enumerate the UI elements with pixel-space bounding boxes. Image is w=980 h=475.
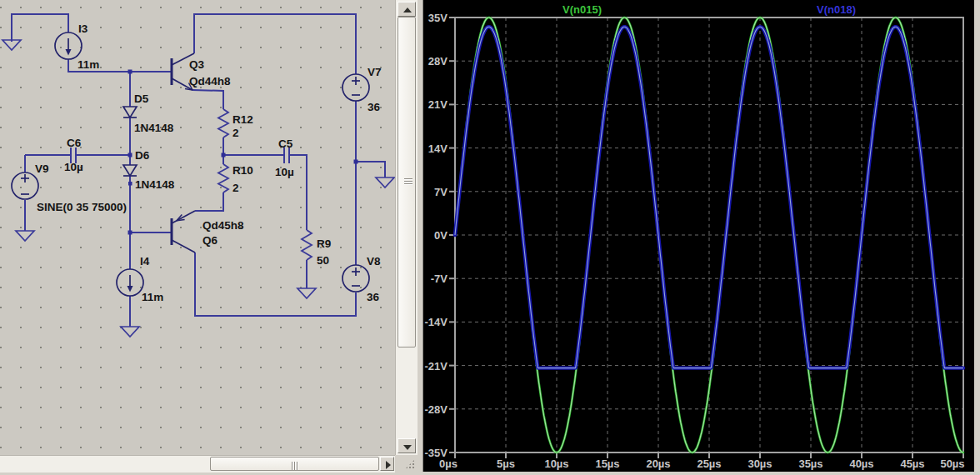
component-label: 2 bbox=[232, 127, 239, 139]
component-label: 36 bbox=[367, 291, 380, 303]
voltage-source-V9[interactable] bbox=[12, 172, 38, 199]
current-source-I3[interactable] bbox=[55, 32, 82, 59]
x-tick-label: 10µs bbox=[544, 458, 568, 470]
component-label: V9 bbox=[35, 162, 49, 175]
y-tick-label: -7V bbox=[431, 272, 448, 285]
component-label: V7 bbox=[368, 66, 382, 78]
component-label: D5 bbox=[134, 92, 149, 105]
component-label: R12 bbox=[232, 113, 253, 126]
component-label: I3 bbox=[78, 22, 88, 35]
x-tick-label: 30µs bbox=[748, 458, 772, 470]
voltage-source-V8[interactable] bbox=[342, 265, 369, 292]
component-label: 10µ bbox=[275, 166, 294, 178]
x-tick-label: 40µs bbox=[849, 458, 873, 470]
component-label: V8 bbox=[367, 255, 381, 268]
component-label: 36 bbox=[368, 101, 381, 113]
x-tick-label: 35µs bbox=[798, 458, 822, 470]
x-tick-label: 45µs bbox=[900, 458, 924, 470]
component-label: Qd44h8 bbox=[189, 75, 231, 88]
diode-D5[interactable] bbox=[123, 107, 137, 118]
y-tick-label: -28V bbox=[425, 403, 448, 416]
y-tick-label: -14V bbox=[425, 316, 448, 328]
y-tick-label: 21V bbox=[428, 98, 448, 111]
down-arrow-icon bbox=[403, 445, 412, 450]
y-tick-label: 14V bbox=[428, 142, 448, 155]
legend-V(n018)[interactable]: V(n018) bbox=[817, 3, 856, 16]
component-label: D6 bbox=[135, 149, 150, 162]
component-label: Q3 bbox=[189, 58, 205, 71]
waveform-canvas[interactable]: 35V28V21V14V7V0V-7V-14V-21V-28V-35V0µs5µ… bbox=[423, 0, 974, 472]
scrollbar-corner bbox=[395, 455, 418, 472]
component-label: Qd45h8 bbox=[202, 219, 244, 232]
legend-V(n015)[interactable]: V(n015) bbox=[562, 3, 602, 16]
x-tick-label: 25µs bbox=[697, 458, 721, 470]
resistor-R12[interactable] bbox=[218, 109, 228, 138]
component-label: 2 bbox=[232, 182, 239, 194]
component-label: R10 bbox=[232, 164, 253, 177]
resistor-R9[interactable] bbox=[302, 230, 312, 260]
x-tick-label: 5µs bbox=[497, 458, 515, 470]
resistor-R10[interactable] bbox=[218, 164, 228, 192]
scroll-right-button[interactable] bbox=[380, 457, 394, 471]
schematic-canvas[interactable]: I311mD51N4148C6V910µD61N4148SINE(0 35 75… bbox=[0, 0, 395, 455]
voltage-source-V7[interactable] bbox=[342, 74, 369, 101]
y-tick-label: 0V bbox=[434, 229, 448, 242]
schematic-horizontal-scrollbar[interactable] bbox=[0, 455, 395, 472]
scroll-up-button[interactable] bbox=[398, 2, 416, 17]
diode-D6[interactable] bbox=[123, 165, 137, 176]
x-tick-label: 15µs bbox=[595, 458, 619, 470]
component-label: C5 bbox=[278, 138, 293, 150]
component-label: 11m bbox=[78, 58, 99, 71]
component-label: Q6 bbox=[202, 234, 218, 247]
waveform-panel[interactable]: 35V28V21V14V7V0V-7V-14V-21V-28V-35V0µs5µ… bbox=[422, 0, 974, 472]
component-label: 11m bbox=[142, 291, 163, 303]
current-source-I4[interactable] bbox=[117, 269, 143, 296]
ltspice-window: { "schematic": { "background": "#ccc9c2"… bbox=[0, 0, 980, 475]
right-arrow-icon bbox=[386, 461, 391, 469]
y-tick-label: 28V bbox=[428, 55, 448, 68]
junction-dots bbox=[128, 70, 358, 235]
schematic-panel[interactable]: I311mD51N4148C6V910µD61N4148SINE(0 35 75… bbox=[0, 0, 395, 455]
component-label: 1N4148 bbox=[135, 178, 175, 191]
component-label: 50 bbox=[317, 254, 329, 267]
thumb-grip bbox=[404, 178, 412, 186]
vertical-scroll-thumb[interactable] bbox=[398, 17, 416, 348]
component-label: 1N4148 bbox=[134, 122, 174, 134]
component-label: SINE(0 35 75000) bbox=[37, 201, 127, 213]
x-tick-label: 0µs bbox=[439, 458, 458, 470]
schematic-labels: I311mD51N4148C6V910µD61N4148SINE(0 35 75… bbox=[35, 22, 382, 303]
scroll-down-button[interactable] bbox=[398, 438, 416, 453]
component-label: I4 bbox=[140, 255, 150, 268]
component-label: 10µ bbox=[64, 161, 83, 173]
x-tick-label: 20µs bbox=[646, 458, 670, 470]
component-label: R9 bbox=[317, 238, 331, 250]
component-label: C6 bbox=[67, 137, 82, 149]
schematic-vertical-scrollbar[interactable] bbox=[395, 0, 418, 455]
x-tick-label: 50µs bbox=[940, 458, 964, 470]
horizontal-scroll-thumb[interactable] bbox=[210, 457, 379, 471]
y-tick-label: 35V bbox=[428, 12, 448, 24]
thumb-grip bbox=[292, 462, 299, 470]
y-tick-label: 7V bbox=[434, 186, 448, 198]
pnp-transistor-Q6[interactable] bbox=[172, 211, 195, 252]
y-tick-label: -21V bbox=[425, 360, 448, 372]
resize-grip-icon[interactable] bbox=[405, 459, 415, 469]
up-arrow-icon bbox=[403, 8, 412, 12]
